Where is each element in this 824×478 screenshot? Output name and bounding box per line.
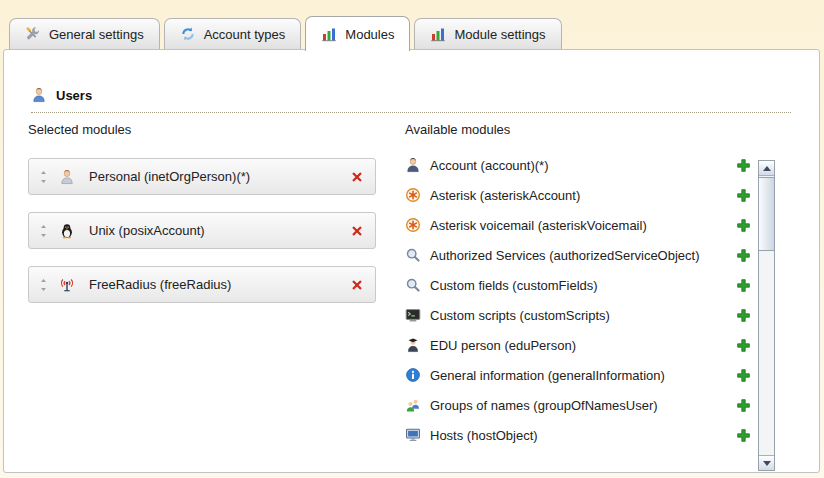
tab-account-types[interactable]: Account types xyxy=(164,18,302,49)
asterisk-icon xyxy=(405,187,421,203)
scroll-up-button[interactable] xyxy=(759,161,774,176)
drag-handle-icon[interactable] xyxy=(38,170,49,184)
scrollbar-thumb[interactable] xyxy=(759,177,774,251)
unix-penguin-icon xyxy=(59,223,75,239)
available-module-row-custom-scripts: Custom scripts (customScripts) xyxy=(405,300,751,330)
tab-modules[interactable]: Modules xyxy=(305,16,410,51)
available-module-label: Asterisk voicemail (asteriskVoicemail) xyxy=(430,218,647,233)
user-icon xyxy=(31,87,47,103)
arrow-down-icon xyxy=(763,461,771,466)
selected-module-row-freeradius[interactable]: FreeRadius (freeRadius) xyxy=(28,266,376,303)
selected-module-row-unix[interactable]: Unix (posixAccount) xyxy=(28,212,376,249)
info-icon xyxy=(405,367,421,383)
group-icon xyxy=(405,397,421,413)
available-module-label: General information (generalInformation) xyxy=(430,368,665,383)
edu-person-icon xyxy=(405,337,421,353)
selected-modules-column: Selected modules Personal (inetOrgPerson… xyxy=(28,122,376,303)
add-icon[interactable] xyxy=(736,368,751,383)
available-module-row-edu-person: EDU person (eduPerson) xyxy=(405,330,751,360)
add-icon[interactable] xyxy=(736,278,751,293)
drag-handle-icon[interactable] xyxy=(38,278,49,292)
available-module-label: Authorized Services (authorizedServiceOb… xyxy=(430,248,700,263)
available-module-label: Custom scripts (customScripts) xyxy=(430,308,610,323)
magnifier-icon xyxy=(405,277,421,293)
magnifier-icon xyxy=(405,247,421,263)
terminal-icon xyxy=(405,307,421,323)
delete-icon[interactable] xyxy=(350,224,364,238)
available-modules-column: Available modules Account (account)(*) A… xyxy=(405,122,751,450)
tab-bar: General settings Account types Modules M… xyxy=(9,16,562,49)
drag-handle-icon[interactable] xyxy=(38,224,49,238)
wrench-icon xyxy=(25,26,41,42)
available-module-label: Hosts (hostObject) xyxy=(430,428,538,443)
available-module-row-general-information: General information (generalInformation) xyxy=(405,360,751,390)
selected-module-row-personal[interactable]: Personal (inetOrgPerson)(*) xyxy=(28,158,376,195)
asterisk-icon xyxy=(405,217,421,233)
delete-icon[interactable] xyxy=(350,170,364,184)
chart-icon xyxy=(321,26,337,42)
available-module-row-asterisk: Asterisk (asteriskAccount) xyxy=(405,180,751,210)
refresh-icon xyxy=(180,26,196,42)
available-module-row-groups-of-names: Groups of names (groupOfNamesUser) xyxy=(405,390,751,420)
available-module-row-hosts: Hosts (hostObject) xyxy=(405,420,751,450)
add-icon[interactable] xyxy=(736,218,751,233)
available-module-label: Custom fields (customFields) xyxy=(430,278,598,293)
add-icon[interactable] xyxy=(736,398,751,413)
available-modules-list: Account (account)(*) Asterisk (asteriskA… xyxy=(405,150,751,450)
tab-general-settings[interactable]: General settings xyxy=(9,18,160,49)
add-icon[interactable] xyxy=(736,158,751,173)
add-icon[interactable] xyxy=(736,248,751,263)
selected-modules-heading: Selected modules xyxy=(28,122,376,137)
arrow-up-icon xyxy=(763,166,771,171)
add-icon[interactable] xyxy=(736,338,751,353)
tab-label: Account types xyxy=(204,27,286,42)
vertical-scrollbar[interactable] xyxy=(758,160,775,471)
add-icon[interactable] xyxy=(736,428,751,443)
tab-label: Modules xyxy=(345,27,394,42)
selected-module-label: Personal (inetOrgPerson)(*) xyxy=(89,169,250,184)
available-module-row-custom-fields: Custom fields (customFields) xyxy=(405,270,751,300)
available-module-row-account: Account (account)(*) xyxy=(405,150,751,180)
account-icon xyxy=(405,157,421,173)
add-icon[interactable] xyxy=(736,188,751,203)
available-module-row-authorized-services: Authorized Services (authorizedServiceOb… xyxy=(405,240,751,270)
scroll-down-button[interactable] xyxy=(759,455,774,470)
selected-module-label: FreeRadius (freeRadius) xyxy=(89,277,231,292)
available-module-label: EDU person (eduPerson) xyxy=(430,338,576,353)
add-icon[interactable] xyxy=(736,308,751,323)
available-module-label: Asterisk (asteriskAccount) xyxy=(430,188,580,203)
host-icon xyxy=(405,427,421,443)
tab-label: General settings xyxy=(49,27,144,42)
tab-module-settings[interactable]: Module settings xyxy=(414,18,561,49)
delete-icon[interactable] xyxy=(350,278,364,292)
available-modules-heading: Available modules xyxy=(405,122,751,137)
personal-icon xyxy=(59,169,75,185)
available-module-label: Account (account)(*) xyxy=(430,158,549,173)
chart-icon xyxy=(430,26,446,42)
available-module-label: Groups of names (groupOfNamesUser) xyxy=(430,398,658,413)
antenna-icon xyxy=(59,277,75,293)
tab-label: Module settings xyxy=(454,27,545,42)
selected-module-label: Unix (posixAccount) xyxy=(89,223,205,238)
available-module-row-asterisk-voicemail: Asterisk voicemail (asteriskVoicemail) xyxy=(405,210,751,240)
section-heading: Users xyxy=(31,87,791,113)
page-title: Users xyxy=(56,88,92,103)
